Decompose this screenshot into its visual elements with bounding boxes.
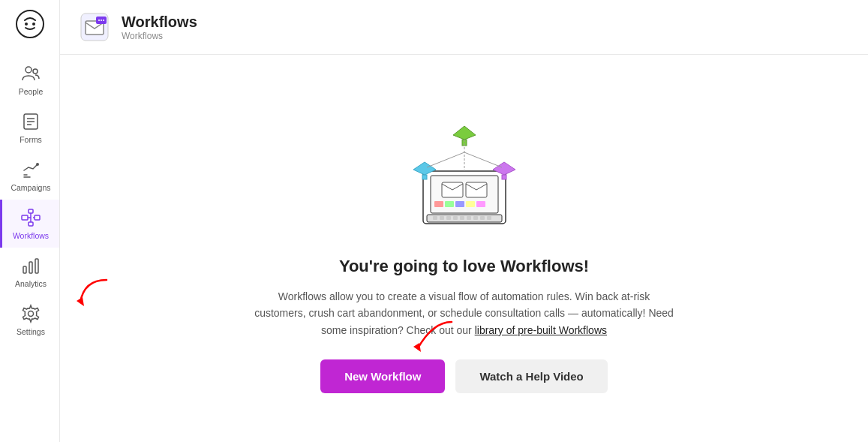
svg-point-4 [33, 69, 38, 74]
workflows-illustration [389, 104, 539, 239]
app-logo[interactable] [14, 8, 47, 41]
svg-point-25 [98, 20, 100, 21]
svg-point-2 [32, 23, 35, 26]
svg-rect-46 [476, 201, 485, 207]
svg-rect-32 [440, 216, 444, 220]
svg-rect-20 [35, 259, 38, 273]
svg-rect-29 [431, 176, 498, 213]
main-description: Workflows allow you to create a visual f… [254, 288, 674, 338]
svg-line-54 [427, 152, 464, 167]
svg-rect-10 [22, 215, 28, 220]
sidebar-item-people[interactable]: People [0, 56, 59, 104]
sidebar-item-label: People [19, 87, 44, 96]
page-title: Workflows [122, 14, 197, 31]
sidebar-item-label: Workflows [13, 231, 49, 240]
content-area: You're going to love Workflows! Workflow… [60, 55, 868, 442]
analytics-icon [20, 255, 41, 276]
svg-rect-45 [466, 201, 475, 207]
sidebar-item-campaigns[interactable]: Campaigns [0, 152, 59, 200]
main-content: Workflows Workflows [60, 0, 868, 442]
svg-rect-18 [23, 266, 26, 273]
svg-rect-35 [460, 216, 464, 220]
svg-rect-12 [29, 222, 33, 226]
svg-marker-57 [413, 343, 421, 352]
action-buttons: New Workflow Watch a Help Video [320, 359, 608, 393]
svg-rect-34 [453, 216, 458, 220]
svg-point-0 [17, 11, 44, 38]
breadcrumb: Workflows [122, 31, 197, 41]
svg-rect-19 [29, 262, 32, 273]
svg-marker-47 [453, 126, 476, 140]
svg-rect-13 [35, 215, 40, 220]
svg-point-1 [25, 23, 28, 26]
settings-icon [20, 303, 41, 324]
header-icon [78, 11, 111, 44]
svg-point-26 [101, 20, 102, 21]
svg-point-27 [103, 20, 104, 21]
svg-rect-33 [446, 216, 451, 220]
sidebar-item-label: Analytics [15, 279, 47, 288]
svg-rect-31 [433, 216, 437, 220]
page-header: Workflows Workflows [60, 0, 868, 55]
sidebar-item-label: Campaigns [11, 183, 50, 192]
people-icon [20, 63, 41, 84]
sidebar-item-workflows[interactable]: Workflows [0, 200, 59, 248]
sidebar-item-analytics[interactable]: Analytics [0, 248, 59, 296]
svg-point-9 [36, 163, 39, 166]
svg-line-55 [464, 152, 502, 167]
header-text: Workflows Workflows [122, 14, 197, 41]
sidebar: People Forms Campaigns [0, 0, 60, 442]
svg-point-21 [29, 311, 34, 317]
watch-help-video-button[interactable]: Watch a Help Video [455, 359, 607, 393]
sidebar-item-forms[interactable]: Forms [0, 104, 59, 152]
svg-rect-38 [480, 216, 485, 220]
svg-marker-56 [77, 297, 84, 306]
forms-icon [20, 111, 41, 132]
svg-point-3 [26, 67, 32, 73]
svg-rect-50 [422, 175, 427, 179]
svg-rect-52 [502, 175, 506, 179]
sidebar-item-label: Forms [20, 135, 42, 144]
new-workflow-button[interactable]: New Workflow [320, 359, 445, 393]
description-text: Workflows allow you to create a visual f… [254, 290, 674, 336]
workflows-icon [20, 207, 41, 228]
library-link[interactable]: library of pre-built Workflows [475, 324, 607, 336]
sidebar-item-label: Settings [17, 327, 45, 336]
svg-rect-36 [467, 216, 471, 220]
sidebar-item-settings[interactable]: Settings [0, 296, 59, 344]
sidebar-arrow [69, 276, 114, 314]
svg-rect-42 [434, 201, 443, 207]
main-heading: You're going to love Workflows! [339, 257, 589, 276]
svg-rect-39 [487, 216, 491, 220]
svg-rect-37 [473, 216, 478, 220]
svg-rect-44 [455, 201, 464, 207]
svg-rect-11 [29, 209, 33, 213]
svg-rect-43 [445, 201, 454, 207]
campaigns-icon [20, 159, 41, 180]
